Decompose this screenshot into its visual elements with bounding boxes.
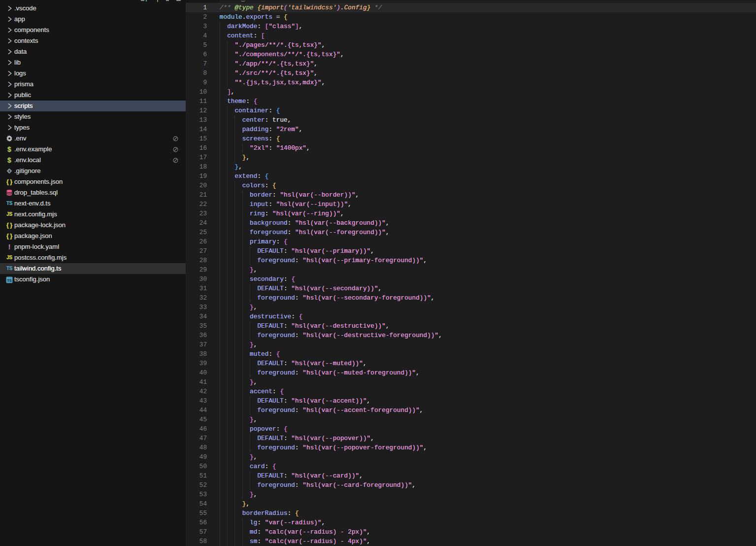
svg-text:TS: TS xyxy=(7,278,12,283)
